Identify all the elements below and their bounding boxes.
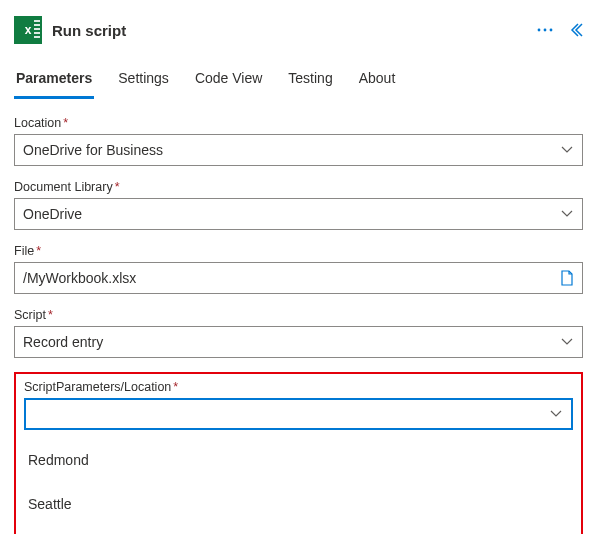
more-menu-icon[interactable] — [537, 23, 553, 37]
file-label: File* — [14, 244, 583, 258]
tab-testing[interactable]: Testing — [286, 62, 334, 99]
chevron-down-icon — [560, 210, 574, 218]
chevron-down-icon — [560, 146, 574, 154]
tab-about[interactable]: About — [357, 62, 398, 99]
script-value: Record entry — [23, 334, 560, 350]
library-value: OneDrive — [23, 206, 560, 222]
card-header: x Run script — [14, 10, 583, 62]
tab-parameters[interactable]: Parameters — [14, 62, 94, 99]
sp-location-select[interactable] — [24, 398, 573, 430]
script-label: Script* — [14, 308, 583, 322]
file-picker-icon[interactable] — [560, 270, 574, 286]
file-value: /MyWorkbook.xlsx — [23, 270, 560, 286]
card-title: Run script — [52, 22, 527, 39]
excel-app-icon: x — [14, 16, 42, 44]
chevron-down-icon — [549, 410, 563, 418]
library-label: Document Library* — [14, 180, 583, 194]
file-input[interactable]: /MyWorkbook.xlsx — [14, 262, 583, 294]
tab-code-view[interactable]: Code View — [193, 62, 264, 99]
sp-location-label: ScriptParameters/Location* — [24, 380, 573, 394]
location-value: OneDrive for Business — [23, 142, 560, 158]
chevron-down-icon — [560, 338, 574, 346]
location-label: Location* — [14, 116, 583, 130]
library-select[interactable]: OneDrive — [14, 198, 583, 230]
tab-bar: Parameters Settings Code View Testing Ab… — [14, 62, 583, 100]
location-select[interactable]: OneDrive for Business — [14, 134, 583, 166]
svg-point-2 — [550, 29, 553, 32]
svg-point-0 — [538, 29, 541, 32]
tab-settings[interactable]: Settings — [116, 62, 171, 99]
svg-point-1 — [544, 29, 547, 32]
dropdown-custom-value[interactable]: Enter custom value — [24, 526, 573, 534]
collapse-icon[interactable] — [569, 23, 583, 37]
excel-icon-letter: x — [25, 23, 32, 37]
script-select[interactable]: Record entry — [14, 326, 583, 358]
sp-location-dropdown: Redmond Seattle Enter custom value — [24, 438, 573, 534]
dropdown-option-redmond[interactable]: Redmond — [24, 438, 573, 482]
dropdown-option-seattle[interactable]: Seattle — [24, 482, 573, 526]
scriptparam-location-group: ScriptParameters/Location* Redmond Seatt… — [14, 372, 583, 534]
